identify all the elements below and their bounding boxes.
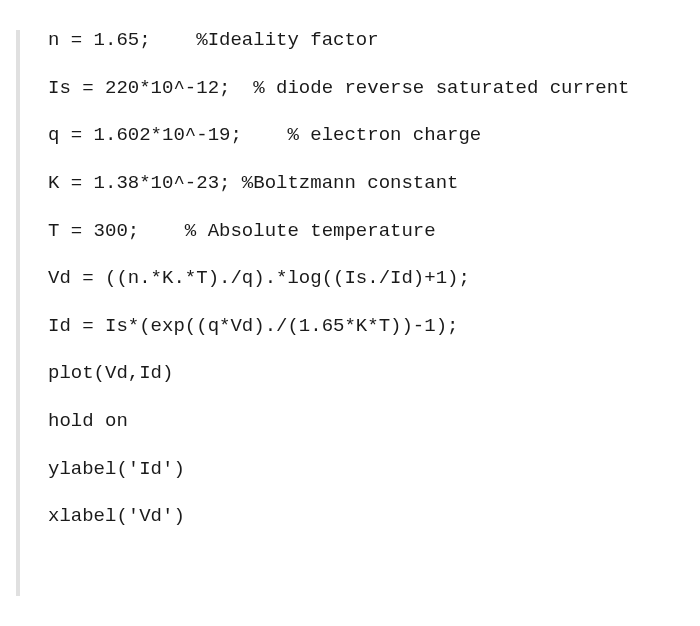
left-indicator-bar [16,30,20,596]
code-block: n = 1.65; %Ideality factor Is = 220*10^-… [48,28,680,530]
code-line: Is = 220*10^-12; % diode reverse saturat… [48,76,680,102]
code-line: n = 1.65; %Ideality factor [48,28,680,54]
code-line: K = 1.38*10^-23; %Boltzmann constant [48,171,680,197]
code-line: T = 300; % Absolute temperature [48,219,680,245]
code-line: Id = Is*(exp((q*Vd)./(1.65*K*T))-1); [48,314,680,340]
code-line: hold on [48,409,680,435]
code-line: xlabel('Vd') [48,504,680,530]
code-line: Vd = ((n.*K.*T)./q).*log((Is./Id)+1); [48,266,680,292]
code-line: plot(Vd,Id) [48,361,680,387]
code-line: q = 1.602*10^-19; % electron charge [48,123,680,149]
code-line: ylabel('Id') [48,457,680,483]
